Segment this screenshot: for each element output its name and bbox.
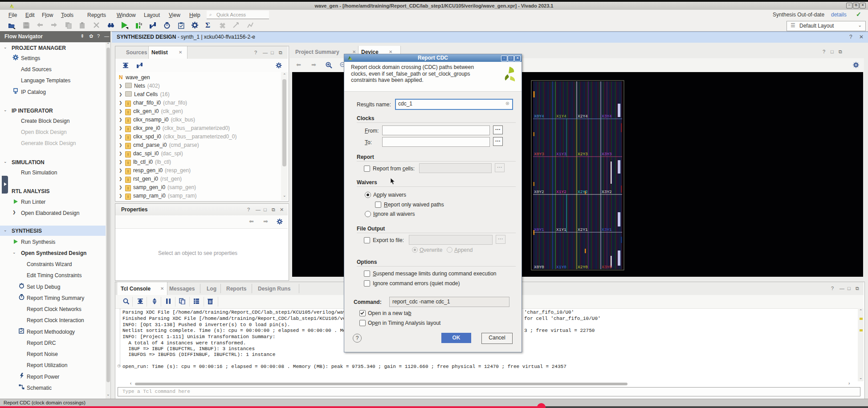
svg-text:X1Y0: X1Y0 xyxy=(556,265,566,270)
svg-text:X3Y0: X3Y0 xyxy=(602,265,612,270)
svg-text:X3Y4: X3Y4 xyxy=(602,114,612,119)
svg-text:X0Y2: X0Y2 xyxy=(534,190,544,194)
svg-text:X2Y3: X2Y3 xyxy=(578,152,588,157)
svg-text:X2Y1: X2Y1 xyxy=(578,227,588,232)
svg-text:Σ: Σ xyxy=(205,21,210,29)
svg-text:X3Y2: X3Y2 xyxy=(602,190,612,194)
svg-text:X2Y2: X2Y2 xyxy=(578,190,588,194)
svg-text:X1Y3: X1Y3 xyxy=(556,152,566,157)
svg-text:X2Y0: X2Y0 xyxy=(578,265,588,270)
svg-text:X3Y1: X3Y1 xyxy=(602,227,612,232)
svg-text:X3Y3: X3Y3 xyxy=(602,152,612,157)
svg-text:X1Y1: X1Y1 xyxy=(556,227,566,232)
svg-text:X0Y1: X0Y1 xyxy=(534,227,544,232)
svg-text:X0Y4: X0Y4 xyxy=(534,114,544,119)
svg-text:X0Y3: X0Y3 xyxy=(534,152,544,157)
svg-text:X1Y4: X1Y4 xyxy=(556,114,566,119)
svg-text:X1Y2: X1Y2 xyxy=(556,190,566,194)
svg-text:X2Y4: X2Y4 xyxy=(578,114,588,119)
svg-text:X0Y0: X0Y0 xyxy=(534,265,544,270)
